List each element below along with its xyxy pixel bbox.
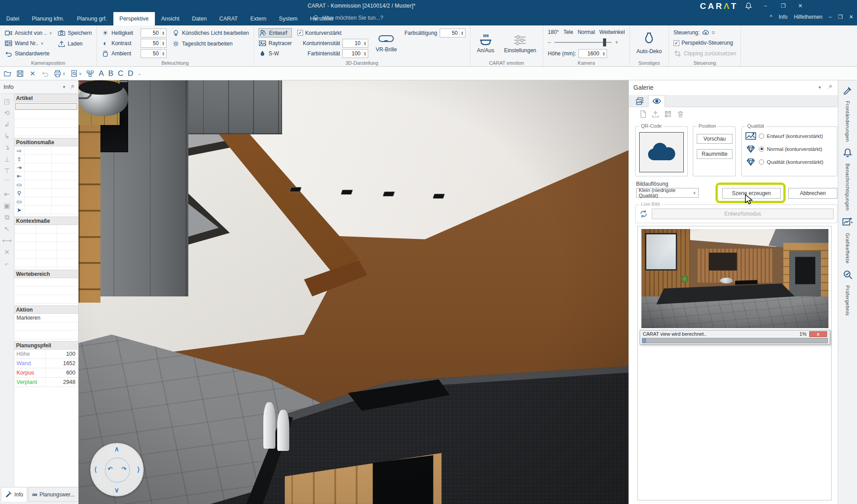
tool-button-3[interactable]: ↳: [4, 132, 10, 140]
menu-planung-grf[interactable]: Planung grf.: [71, 12, 113, 25]
letter-d-button[interactable]: D: [128, 69, 133, 78]
save-icon[interactable]: [16, 70, 24, 78]
abbrechen-button[interactable]: Abbrechen: [788, 188, 837, 199]
raummitte-button[interactable]: Raummitte: [697, 149, 732, 159]
render-thumbnail[interactable]: [641, 229, 828, 328]
minimize-button[interactable]: –: [759, 2, 772, 10]
doc-restore-button[interactable]: ❐: [838, 14, 843, 20]
slider-handle[interactable]: [603, 38, 606, 46]
ribbon-collapse-chevron[interactable]: ^: [770, 14, 773, 20]
menu-system[interactable]: System: [273, 12, 304, 25]
tab-info[interactable]: Info: [1, 487, 27, 502]
tool-button-5[interactable]: ⊥: [4, 155, 10, 163]
menu-carat[interactable]: CARAT: [213, 12, 244, 25]
entwurfsmodus-button[interactable]: Entwurfsmodus: [652, 208, 834, 219]
clipping-button[interactable]: Clipping zurücksetzen: [674, 49, 736, 58]
letter-a-button[interactable]: A: [99, 69, 104, 78]
structure-icon[interactable]: [86, 70, 94, 78]
tool-button-9[interactable]: ▣: [4, 202, 10, 209]
menu-perspektive[interactable]: Perspektive: [113, 12, 155, 25]
kamera-mode-weitwinkel[interactable]: Weitwinkel: [599, 29, 625, 35]
kamera-mode-tele[interactable]: Tele: [563, 29, 573, 35]
cloud-control-active-icon[interactable]: [712, 31, 715, 34]
camera-nav-widget[interactable]: ∧ ∨ ⟨ ⟩ ↶ ↷: [90, 443, 144, 496]
tab-gallery-images[interactable]: [631, 95, 648, 107]
panel-dropdown-icon[interactable]: ▾: [819, 85, 821, 90]
tab-gallery-view[interactable]: [648, 95, 665, 107]
kamera-mode-180[interactable]: 180°: [548, 29, 559, 35]
zoom-plus[interactable]: +: [615, 39, 618, 46]
menu-hilfethemen[interactable]: Hilfethemen: [794, 14, 822, 20]
emotion-einstellungen-button[interactable]: Einstellungen: [502, 28, 538, 58]
sw-button[interactable]: S-W: [258, 49, 292, 58]
laden-button[interactable]: Laden: [58, 39, 92, 49]
artikel-input[interactable]: [15, 103, 77, 110]
farbsaettigung-spinner[interactable]: 50▲▼: [440, 29, 466, 37]
ansicht-von-button[interactable]: Ansicht von ..∨: [4, 28, 52, 37]
radio-entwurf[interactable]: Entwurf (konturverstärkt): [745, 132, 823, 140]
refresh-camera-icon[interactable]: [639, 209, 648, 218]
delete-button[interactable]: [676, 110, 685, 118]
tool-button-0[interactable]: ◳: [4, 97, 10, 105]
kuenstliches-licht-button[interactable]: Künstliches Licht bearbeiten: [172, 28, 249, 38]
new-page-button[interactable]: [639, 110, 647, 118]
print-button[interactable]: ∨: [54, 70, 66, 78]
tageslicht-button[interactable]: Tageslicht bearbeiten: [172, 39, 249, 49]
vorschau-button[interactable]: Vorschau: [697, 134, 732, 144]
tool-button-4[interactable]: ↴: [4, 144, 10, 151]
menu-datei[interactable]: Datei: [0, 12, 25, 25]
notification-bell-icon[interactable]: [745, 2, 753, 10]
close-doc-icon[interactable]: ✕: [29, 70, 37, 78]
nav-rotate-right-arrow[interactable]: ↷: [121, 466, 126, 472]
entwurf-button[interactable]: Entwurf: [258, 28, 292, 37]
pin-icon[interactable]: [828, 84, 832, 89]
nav-up-arrow[interactable]: ∧: [114, 445, 119, 453]
ambient-spinner[interactable]: 50▲▼: [141, 49, 166, 58]
tool-button-2[interactable]: ↲: [4, 121, 10, 128]
raytracer-button[interactable]: Raytracer: [258, 38, 292, 48]
dock-benachrichtigungen[interactable]: Benachrichtigungen: [845, 163, 850, 211]
3d-viewport[interactable]: ∧ ∨ ⟨ ⟩ ↶ ↷: [79, 80, 628, 504]
helligkeit-spinner[interactable]: 50▲▼: [141, 29, 166, 37]
qr-code-button[interactable]: [664, 110, 672, 118]
restore-button[interactable]: ❐: [777, 2, 790, 10]
nav-left-arrow[interactable]: ⟨: [94, 466, 97, 474]
panel-dropdown-icon[interactable]: ▾: [63, 84, 65, 89]
tool-button-10[interactable]: ⧉: [4, 213, 9, 221]
image-stars-icon[interactable]: [842, 216, 853, 228]
dock-grafikeffekte[interactable]: Grafikeffekte: [845, 233, 850, 264]
konturverstaerkt-checkbox[interactable]: ✓: [297, 30, 303, 36]
resolution-dropdown[interactable]: Klein (niedrigste Qualität)∨: [636, 188, 699, 198]
farbintensitaet-spinner[interactable]: 100▲▼: [342, 49, 368, 58]
toolbar-overflow-button[interactable]: ⌄: [137, 71, 141, 76]
bell-icon[interactable]: [842, 147, 853, 158]
letter-c-button[interactable]: C: [118, 69, 123, 78]
wand-nr-button[interactable]: Wand Nr..∨: [4, 38, 52, 48]
focal-slider[interactable]: [554, 42, 612, 43]
check-result-icon[interactable]: [842, 269, 853, 280]
tool-button-11[interactable]: ↖: [4, 225, 10, 233]
tool-button-14[interactable]: ⌐: [5, 260, 9, 267]
menu-extern[interactable]: Extern: [244, 12, 273, 25]
auto-deko-button[interactable]: Auto-Deko: [634, 28, 664, 58]
kamera-mode-normal[interactable]: Normal: [578, 29, 595, 35]
tool-button-12[interactable]: ⟷: [2, 237, 12, 244]
letter-b-button[interactable]: B: [108, 69, 113, 78]
dock-pruefergebnis[interactable]: Prüfergebnis: [845, 285, 850, 316]
undo-disabled-icon[interactable]: [41, 70, 49, 78]
pin-icon[interactable]: [70, 84, 75, 89]
tab-planungswerte[interactable]: ∞Planungswer...: [28, 487, 79, 502]
menu-daten[interactable]: Daten: [186, 12, 213, 25]
nav-rotate-left-arrow[interactable]: ↶: [108, 466, 112, 472]
kontrast-spinner[interactable]: 50▲▼: [141, 39, 166, 48]
doc-minimize-button[interactable]: –: [828, 14, 832, 20]
menu-planung-kfm[interactable]: Planung kfm.: [25, 12, 71, 25]
standardwerte-button[interactable]: Standardwerte: [4, 49, 52, 58]
cloud-control-icon[interactable]: [702, 29, 710, 37]
search-box[interactable]: Was möchten Sie tun...?: [312, 14, 383, 21]
emotion-anaus-button[interactable]: An/Aus: [475, 28, 497, 58]
upload-button[interactable]: [651, 110, 660, 118]
radio-normal[interactable]: Normal (konturverstärkt): [745, 145, 822, 153]
tool-button-13[interactable]: ✕: [4, 248, 10, 256]
dock-frontaenderungen[interactable]: Frontänderungen: [845, 101, 850, 142]
